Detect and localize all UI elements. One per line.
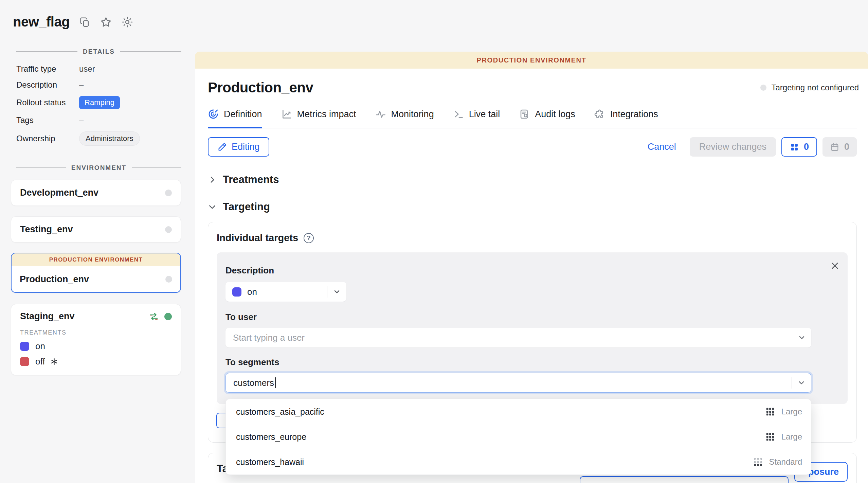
toolbar: Editing Cancel Review changes 0 0: [208, 137, 857, 157]
segment-size-label: Large: [781, 407, 802, 416]
divider: [821, 252, 821, 404]
status-dot-icon: [165, 276, 172, 283]
to-segments-value: customers: [226, 377, 792, 388]
page-title: Production_env: [208, 79, 313, 96]
flag-title: new_flag: [13, 14, 70, 30]
chevron-down-icon[interactable]: [792, 379, 811, 387]
rollout-status-label: Rollout status: [16, 98, 79, 107]
text-caret: [275, 377, 276, 388]
segment-option-europe[interactable]: customers_europe Large: [226, 424, 811, 449]
description-label: Description: [16, 80, 79, 90]
segment-size: Large: [765, 407, 802, 417]
to-user-input-box: [225, 328, 811, 347]
cancel-link[interactable]: Cancel: [648, 142, 676, 152]
rollout-status-badge[interactable]: Ramping: [79, 96, 120, 109]
description-value: –: [79, 80, 181, 90]
tab-integrations-label: Integrations: [610, 109, 658, 120]
chevron-down-icon[interactable]: [327, 288, 346, 296]
help-icon[interactable]: [304, 233, 314, 243]
to-user-label: To user: [225, 312, 811, 322]
hidden-button-partial[interactable]: [580, 476, 789, 483]
tab-metrics-impact[interactable]: Metrics impact: [281, 109, 356, 128]
chevron-down-icon: [208, 202, 217, 211]
status-dot-icon: [165, 190, 172, 196]
env-name: Staging_env: [20, 311, 75, 322]
ownership-pill[interactable]: Administrators: [79, 131, 140, 146]
production-environment-banner: PRODUCTION ENVIRONMENT: [12, 253, 180, 266]
production-environment-banner-main: PRODUCTION ENVIRONMENT: [195, 52, 868, 69]
tab-audit-logs[interactable]: Audit logs: [519, 109, 575, 128]
pending-changes-count: 0: [804, 142, 809, 152]
rollout-status-cell: Ramping: [79, 96, 181, 109]
status-dot-green-icon: [164, 313, 172, 320]
env-card-development[interactable]: Development_env: [11, 180, 181, 206]
treatment-select-value: on: [247, 287, 327, 297]
tab-live-tail[interactable]: Live tail: [453, 109, 500, 128]
treatment-row-on: on: [20, 341, 172, 352]
env-card-production[interactable]: PRODUCTION ENVIRONMENT Production_env: [11, 253, 181, 293]
metrics-chart-icon: [281, 109, 292, 120]
segments-dropdown: customers_asia_pacific Large customers_e…: [225, 399, 811, 475]
environment-section-header: ENVIRONMENT: [16, 164, 181, 172]
pencil-icon: [217, 142, 227, 152]
pending-changes-button[interactable]: 0: [781, 137, 817, 157]
environment-heading: ENVIRONMENT: [71, 164, 126, 172]
targeting-status-chip: Targeting not configured: [760, 83, 859, 92]
targeting-section-label: Targeting: [223, 201, 270, 213]
close-icon[interactable]: [830, 261, 839, 270]
to-segments-label: To segments: [225, 357, 811, 368]
treatments-section-toggle[interactable]: Treatments: [208, 174, 857, 186]
status-dot-icon: [760, 85, 766, 91]
to-segments-wrap: customers customers_asia_pacific: [225, 373, 811, 393]
segment-size: Large: [765, 432, 802, 442]
tab-definition-label: Definition: [224, 109, 262, 120]
star-icon[interactable]: [100, 16, 112, 28]
large-segment-grid-icon: [765, 432, 775, 442]
copy-icon[interactable]: [79, 16, 91, 28]
env-card-staging[interactable]: Staging_env TREATMENTS on off: [11, 304, 181, 375]
status-dot-icon: [165, 226, 172, 233]
production-environment-banner-label: PRODUCTION ENVIRONMENT: [49, 256, 143, 263]
treatment-off-label: off: [35, 356, 45, 367]
treatment-on-label: on: [35, 341, 45, 352]
segment-option-asia-pacific[interactable]: customers_asia_pacific Large: [226, 399, 811, 424]
env-name: Testing_env: [20, 224, 73, 235]
treatment-select[interactable]: on: [225, 282, 346, 302]
gear-icon[interactable]: [121, 16, 133, 28]
segment-name: customers_europe: [236, 432, 765, 442]
chevron-right-icon: [208, 175, 217, 184]
tab-monitoring[interactable]: Monitoring: [375, 109, 434, 128]
staging-title-row: Staging_env: [20, 311, 172, 322]
pulse-icon: [375, 109, 386, 120]
divider: [16, 51, 77, 52]
standard-segment-grid-icon: [753, 457, 763, 467]
sidebar: new_flag DETAILS Traffic type user Descr…: [0, 0, 195, 483]
tab-integrations[interactable]: Integrations: [594, 109, 658, 128]
segment-size-label: Large: [781, 432, 802, 442]
segment-option-hawaii[interactable]: customers_hawaii Standard: [226, 449, 811, 475]
review-changes-button[interactable]: Review changes: [690, 137, 776, 157]
scheduled-changes-button[interactable]: 0: [822, 137, 857, 157]
targeting-panel: Individual targets Description on T: [208, 222, 857, 443]
treatment-off-swatch-icon: [20, 357, 29, 366]
to-segments-input[interactable]: customers: [225, 373, 811, 393]
to-user-input[interactable]: [225, 328, 792, 347]
env-name: Production_env: [20, 274, 89, 285]
chevron-down-icon[interactable]: [792, 334, 811, 342]
main-panel: PRODUCTION ENVIRONMENT Production_env Ta…: [195, 52, 868, 483]
tab-definition[interactable]: Definition: [208, 109, 262, 128]
env-card-testing[interactable]: Testing_env: [11, 216, 181, 243]
tab-bar: Definition Metrics impact Monitoring Liv…: [208, 109, 857, 128]
treatments-section-label: Treatments: [223, 174, 279, 186]
title-row: Production_env Targeting not configured: [208, 79, 857, 96]
divider: [16, 167, 66, 168]
individual-targets-header: Individual targets: [217, 232, 856, 244]
targeting-section-toggle[interactable]: Targeting: [208, 201, 857, 213]
grid-icon: [790, 142, 799, 152]
production-environment-banner-main-label: PRODUCTION ENVIRONMENT: [477, 56, 586, 64]
default-treatment-asterisk-icon: [50, 358, 58, 365]
audit-log-icon: [519, 109, 530, 120]
puzzle-icon: [594, 109, 605, 120]
details-grid: Traffic type user Description – Rollout …: [16, 64, 181, 146]
editing-button[interactable]: Editing: [208, 137, 269, 157]
